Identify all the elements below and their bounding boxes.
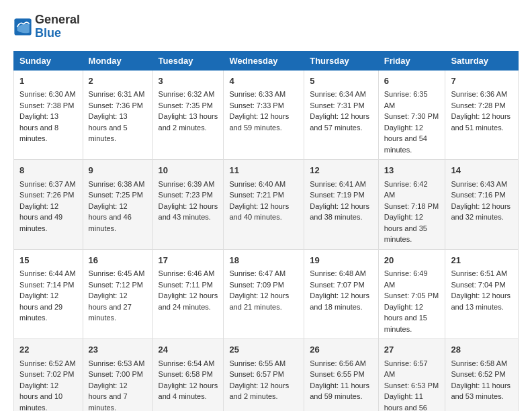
calendar-cell: 11 Sunrise: 6:40 AM Sunset: 7:21 PM Dayl…	[224, 160, 304, 250]
logo-text: General Blue	[35, 13, 80, 40]
sunrise-text: Sunrise: 6:45 AM	[89, 269, 145, 277]
col-header-thursday: Thursday	[304, 51, 378, 70]
sunrise-text: Sunrise: 6:52 AM	[19, 359, 76, 367]
daylight-text: Daylight: 12 hours and 24 minutes.	[159, 291, 218, 311]
day-number: 23	[89, 343, 147, 357]
day-number: 16	[89, 254, 147, 267]
calendar-cell: 25 Sunrise: 6:55 AM Sunset: 6:57 PM Dayl…	[224, 339, 304, 411]
sunset-text: Sunset: 7:12 PM	[89, 281, 143, 289]
calendar-cell: 7 Sunrise: 6:36 AM Sunset: 7:28 PM Dayli…	[445, 70, 519, 160]
sunset-text: Sunset: 7:31 PM	[310, 101, 364, 109]
daylight-text: Daylight: 13 hours and 8 minutes.	[19, 112, 58, 142]
sunset-text: Sunset: 7:14 PM	[19, 281, 74, 289]
sunrise-text: Sunrise: 6:41 AM	[310, 180, 366, 188]
calendar-cell: 4 Sunrise: 6:33 AM Sunset: 7:33 PM Dayli…	[224, 70, 304, 160]
sunrise-text: Sunrise: 6:35 AM	[384, 90, 428, 109]
day-number: 2	[89, 75, 147, 88]
calendar-cell: 12 Sunrise: 6:41 AM Sunset: 7:19 PM Dayl…	[304, 160, 378, 250]
sunset-text: Sunset: 7:21 PM	[229, 191, 283, 199]
calendar-cell: 15 Sunrise: 6:44 AM Sunset: 7:14 PM Dayl…	[14, 249, 83, 339]
sunrise-text: Sunrise: 6:55 AM	[229, 359, 285, 367]
day-number: 9	[89, 164, 147, 177]
calendar-cell: 13 Sunrise: 6:42 AM Sunset: 7:18 PM Dayl…	[378, 160, 445, 250]
daylight-text: Daylight: 12 hours and 54 minutes.	[384, 124, 427, 154]
sunrise-text: Sunrise: 6:57 AM	[384, 359, 428, 379]
sunset-text: Sunset: 7:11 PM	[159, 281, 213, 289]
calendar-cell: 26 Sunrise: 6:56 AM Sunset: 6:55 PM Dayl…	[304, 339, 378, 411]
calendar-cell: 5 Sunrise: 6:34 AM Sunset: 7:31 PM Dayli…	[304, 70, 378, 160]
sunrise-text: Sunrise: 6:34 AM	[310, 90, 366, 98]
sunrise-text: Sunrise: 6:39 AM	[159, 180, 215, 188]
day-number: 10	[159, 164, 218, 177]
calendar-cell: 16 Sunrise: 6:45 AM Sunset: 7:12 PM Dayl…	[83, 249, 152, 339]
logo-icon	[13, 17, 32, 36]
col-header-friday: Friday	[378, 51, 445, 70]
sunrise-text: Sunrise: 6:33 AM	[229, 90, 285, 98]
calendar-cell: 22 Sunrise: 6:52 AM Sunset: 7:02 PM Dayl…	[14, 339, 83, 411]
day-number: 27	[384, 343, 440, 357]
day-number: 12	[310, 164, 372, 177]
sunset-text: Sunset: 6:55 PM	[310, 370, 364, 378]
sunrise-text: Sunrise: 6:48 AM	[310, 269, 366, 277]
daylight-text: Daylight: 12 hours and 40 minutes.	[229, 202, 289, 222]
calendar-cell: 19 Sunrise: 6:48 AM Sunset: 7:07 PM Dayl…	[304, 249, 378, 339]
calendar-cell: 6 Sunrise: 6:35 AM Sunset: 7:30 PM Dayli…	[378, 70, 445, 160]
daylight-text: Daylight: 11 hours and 56 minutes.	[384, 392, 427, 411]
day-number: 4	[229, 75, 298, 88]
daylight-text: Daylight: 12 hours and 21 minutes.	[229, 291, 289, 311]
day-number: 20	[384, 254, 440, 267]
sunset-text: Sunset: 7:05 PM	[384, 291, 439, 300]
calendar-cell: 28 Sunrise: 6:58 AM Sunset: 6:52 PM Dayl…	[445, 339, 519, 411]
sunset-text: Sunset: 7:19 PM	[310, 191, 364, 199]
sunrise-text: Sunrise: 6:32 AM	[159, 90, 215, 98]
calendar-cell: 23 Sunrise: 6:53 AM Sunset: 7:00 PM Dayl…	[83, 339, 152, 411]
sunset-text: Sunset: 7:30 PM	[384, 112, 439, 120]
day-number: 28	[451, 343, 513, 357]
day-number: 18	[229, 254, 298, 267]
calendar-cell: 1 Sunrise: 6:30 AM Sunset: 7:38 PM Dayli…	[14, 70, 83, 160]
daylight-text: Daylight: 12 hours and 18 minutes.	[310, 291, 369, 311]
sunset-text: Sunset: 7:04 PM	[451, 281, 505, 289]
col-header-monday: Monday	[83, 51, 152, 70]
sunrise-text: Sunrise: 6:37 AM	[19, 180, 76, 188]
sunrise-text: Sunrise: 6:42 AM	[384, 180, 428, 199]
sunrise-text: Sunrise: 6:47 AM	[229, 269, 285, 277]
calendar-cell: 2 Sunrise: 6:31 AM Sunset: 7:36 PM Dayli…	[83, 70, 152, 160]
daylight-text: Daylight: 12 hours and 59 minutes.	[229, 112, 289, 132]
sunrise-text: Sunrise: 6:46 AM	[159, 269, 215, 277]
page-header: General Blue	[13, 13, 519, 40]
day-number: 17	[159, 254, 218, 267]
week-row-2: 8 Sunrise: 6:37 AM Sunset: 7:26 PM Dayli…	[14, 160, 519, 250]
sunset-text: Sunset: 6:57 PM	[229, 370, 283, 378]
week-row-1: 1 Sunrise: 6:30 AM Sunset: 7:38 PM Dayli…	[14, 70, 519, 160]
daylight-text: Daylight: 12 hours and 27 minutes.	[89, 291, 132, 322]
sunrise-text: Sunrise: 6:58 AM	[451, 359, 507, 367]
calendar-cell: 14 Sunrise: 6:43 AM Sunset: 7:16 PM Dayl…	[445, 160, 519, 250]
sunset-text: Sunset: 7:36 PM	[89, 101, 143, 109]
daylight-text: Daylight: 12 hours and 32 minutes.	[451, 202, 511, 222]
calendar-header-row: SundayMondayTuesdayWednesdayThursdayFrid…	[14, 51, 519, 70]
sunrise-text: Sunrise: 6:36 AM	[451, 90, 507, 98]
calendar-cell: 27 Sunrise: 6:57 AM Sunset: 6:53 PM Dayl…	[378, 339, 445, 411]
calendar-cell: 18 Sunrise: 6:47 AM Sunset: 7:09 PM Dayl…	[224, 249, 304, 339]
sunset-text: Sunset: 7:18 PM	[384, 202, 439, 210]
daylight-text: Daylight: 12 hours and 43 minutes.	[159, 202, 218, 222]
calendar-cell: 3 Sunrise: 6:32 AM Sunset: 7:35 PM Dayli…	[152, 70, 224, 160]
day-number: 7	[451, 75, 513, 88]
calendar-cell: 20 Sunrise: 6:49 AM Sunset: 7:05 PM Dayl…	[378, 249, 445, 339]
daylight-text: Daylight: 12 hours and 4 minutes.	[159, 381, 218, 401]
sunrise-text: Sunrise: 6:54 AM	[159, 359, 215, 367]
sunset-text: Sunset: 7:00 PM	[89, 370, 143, 378]
daylight-text: Daylight: 12 hours and 51 minutes.	[451, 112, 511, 132]
daylight-text: Daylight: 12 hours and 10 minutes.	[19, 381, 62, 411]
daylight-text: Daylight: 12 hours and 13 minutes.	[451, 291, 511, 311]
daylight-text: Daylight: 12 hours and 7 minutes.	[89, 381, 128, 411]
daylight-text: Daylight: 12 hours and 29 minutes.	[19, 291, 62, 322]
calendar-cell: 24 Sunrise: 6:54 AM Sunset: 6:58 PM Dayl…	[152, 339, 224, 411]
week-row-3: 15 Sunrise: 6:44 AM Sunset: 7:14 PM Dayl…	[14, 249, 519, 339]
sunrise-text: Sunrise: 6:38 AM	[89, 180, 145, 188]
sunrise-text: Sunrise: 6:51 AM	[451, 269, 507, 277]
sunset-text: Sunset: 6:52 PM	[451, 370, 505, 378]
calendar-cell: 8 Sunrise: 6:37 AM Sunset: 7:26 PM Dayli…	[14, 160, 83, 250]
sunrise-text: Sunrise: 6:31 AM	[89, 90, 145, 98]
